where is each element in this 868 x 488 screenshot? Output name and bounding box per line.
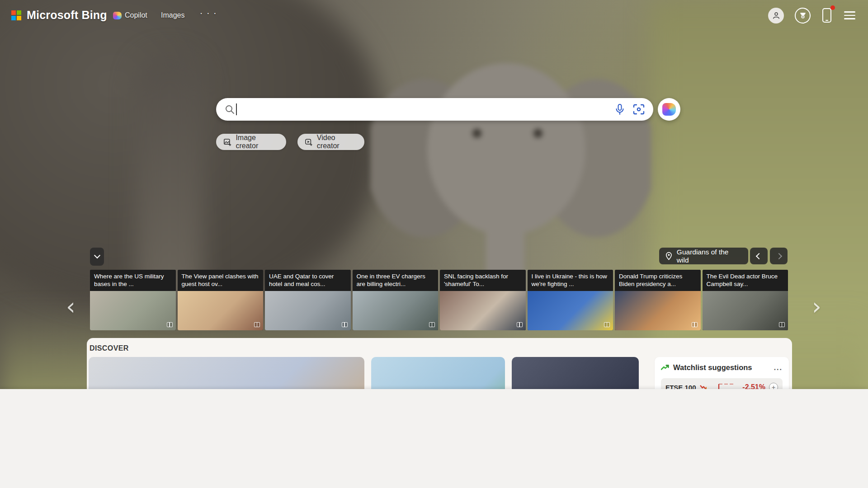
nav-images[interactable]: Images (161, 11, 184, 19)
news-card[interactable]: UAE and Qatar to cover hotel and meal co… (265, 270, 351, 330)
hamburger-menu-button[interactable] (844, 11, 855, 19)
trending-up-icon (661, 365, 669, 371)
profile-avatar-button[interactable] (768, 8, 784, 23)
news-card-image (615, 291, 701, 330)
top-navigation-bar: Microsoft Bing Copilot Images · · · (0, 0, 868, 30)
read-article-icon (517, 322, 523, 327)
cookie-consent-banner: Bing Microsoft and our third-party vendo… (0, 389, 868, 488)
image-creator-icon (223, 138, 231, 146)
carousel-prev-button[interactable] (750, 248, 768, 264)
collapse-feed-button[interactable] (90, 248, 104, 266)
news-card[interactable]: SNL facing backlash for 'shameful' To... (440, 270, 526, 330)
news-card-title: I live in Ukraine - this is how we're fi… (528, 270, 613, 291)
nav-copilot-label: Copilot (125, 11, 147, 19)
video-creator-icon (305, 138, 313, 146)
read-article-icon (779, 322, 785, 327)
baby-elephant-shape (371, 36, 651, 307)
news-card-image (265, 291, 351, 330)
watchlist-menu-button[interactable]: ... (774, 364, 783, 372)
mobile-phone-icon (822, 8, 831, 23)
news-card[interactable]: Donald Trump criticizes Biden presidency… (615, 270, 701, 330)
video-creator-button[interactable]: Video creator (297, 134, 364, 150)
adult-elephant-trunk-shape (136, 54, 203, 307)
news-card-title: The Evil Dead actor Bruce Campbell say..… (703, 270, 788, 291)
nav-images-label: Images (161, 11, 184, 19)
page-prev-arrow[interactable]: ‹ (66, 295, 75, 318)
watchlist-title: Watchlist suggestions (673, 363, 770, 372)
more-dots-icon: · · · (200, 9, 217, 17)
person-icon (772, 11, 781, 20)
news-card-title: Where are the US military bases in the .… (90, 270, 176, 291)
read-article-icon (167, 322, 173, 327)
news-card[interactable]: The View panel clashes with guest host o… (178, 270, 264, 330)
news-card-title: Donald Trump criticizes Biden presidency… (615, 270, 701, 291)
image-creator-button[interactable]: Image creator (216, 134, 286, 150)
news-card-title: The View panel clashes with guest host o… (178, 270, 264, 291)
read-article-icon (604, 322, 610, 327)
copilot-icon (113, 12, 122, 19)
news-card[interactable]: One in three EV chargers are billing ele… (353, 270, 439, 330)
discover-heading: DISCOVER (90, 344, 129, 352)
visual-search-camera-icon[interactable] (632, 103, 645, 115)
news-card-carousel: Where are the US military bases in the .… (90, 270, 788, 330)
news-card-image (528, 291, 613, 330)
nav-copilot[interactable]: Copilot (113, 11, 147, 19)
read-article-icon (254, 322, 260, 327)
news-card-image (440, 291, 526, 330)
carousel-next-button[interactable] (770, 248, 788, 264)
search-bar[interactable] (216, 98, 653, 121)
read-article-icon (429, 322, 435, 327)
video-creator-label: Video creator (317, 134, 357, 150)
brand-title: Microsoft Bing (27, 9, 107, 22)
copilot-search-button[interactable] (658, 98, 680, 121)
rewards-medal-icon (798, 11, 807, 20)
microphone-icon[interactable] (614, 103, 625, 115)
chevron-down-icon (94, 252, 100, 258)
bing-homepage: Microsoft Bing Copilot Images · · · (0, 0, 868, 488)
search-icon (224, 104, 235, 115)
news-card[interactable]: I live in Ukraine - this is how we're fi… (528, 270, 613, 330)
page-next-arrow[interactable]: › (812, 295, 821, 318)
read-article-icon (342, 322, 348, 327)
news-card-title: SNL facing backlash for 'shameful' To... (440, 270, 526, 291)
rewards-button[interactable] (795, 8, 811, 23)
location-pin-icon (665, 252, 672, 260)
top-right-icons (768, 7, 855, 23)
news-card-image (703, 291, 788, 330)
read-article-icon (692, 322, 698, 327)
news-card-image (90, 291, 176, 330)
image-creator-label: Image creator (236, 134, 279, 150)
chevron-right-icon (775, 253, 782, 259)
bing-logo[interactable]: Microsoft Bing (11, 9, 107, 22)
news-card-title: One in three EV chargers are billing ele… (353, 270, 439, 291)
news-card-title: UAE and Qatar to cover hotel and meal co… (265, 270, 351, 291)
chevron-left-icon (755, 253, 762, 259)
photo-topic-label: Guardians of the wild (677, 248, 742, 264)
news-card-image (353, 291, 439, 330)
text-caret (236, 103, 237, 115)
notification-dot (830, 5, 835, 10)
search-input[interactable] (242, 104, 614, 114)
news-card[interactable]: Where are the US military bases in the .… (90, 270, 176, 330)
copilot-logo-icon (662, 103, 676, 116)
mobile-app-button[interactable] (821, 7, 833, 23)
microsoft-logo-icon (11, 10, 21, 20)
news-card-image (178, 291, 264, 330)
photo-topic-pill[interactable]: Guardians of the wild (659, 248, 748, 264)
nav-more-menu[interactable]: · · · (200, 9, 217, 17)
news-card[interactable]: The Evil Dead actor Bruce Campbell say..… (703, 270, 788, 330)
